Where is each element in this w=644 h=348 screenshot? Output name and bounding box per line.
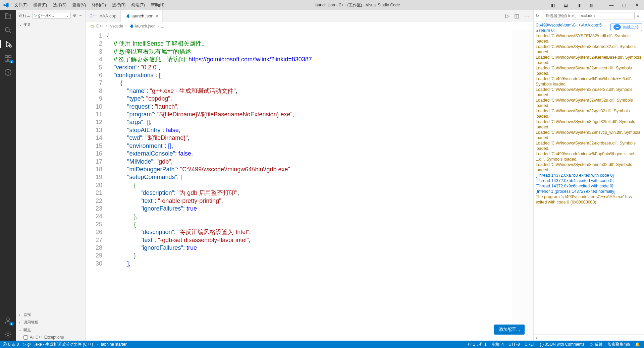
tab-aaa-cpp[interactable]: C⁺⁺ AAA.cpp	[86, 10, 121, 22]
code-line: "environment": [],	[107, 142, 512, 150]
close-icon[interactable]: ✕	[631, 3, 643, 8]
tab-label: launch.json	[131, 13, 154, 18]
code-line: "text": "-enable-pretty-printing",	[107, 197, 512, 205]
breakpoints-section[interactable]: ⌄断点	[16, 326, 85, 334]
code-editor[interactable]: 1234567891011121314151617181920212223242…	[86, 30, 533, 341]
status-encoding[interactable]: UTF-8	[508, 342, 520, 347]
code-line: {	[107, 181, 512, 189]
code-line: // 使用 IntelliSense 了解相关属性。	[107, 40, 512, 48]
layout-customize-icon[interactable]: ▥	[586, 3, 597, 8]
callstack-label: 调用堆栈	[23, 320, 38, 325]
callstack-section[interactable]: ›调用堆栈	[16, 318, 85, 326]
watch-section[interactable]: ›监视	[16, 311, 85, 318]
code-line: "text": "-gdb-set disassembly-flavor int…	[107, 236, 512, 244]
menu-item[interactable]: 选择(S)	[50, 1, 69, 9]
svg-point-1	[9, 45, 11, 47]
more-actions-icon[interactable]: ⋯	[524, 13, 529, 19]
breadcrumb[interactable]: 🗀 C++› .vscode› launch.json› ...	[86, 22, 533, 30]
layout-sidebar-right-icon[interactable]: ◨	[573, 3, 584, 8]
debug-output[interactable]: ☁ 拖拽上传 C:\499\vscode\item\C++\AAA.cpp:55…	[534, 22, 644, 334]
menu-item[interactable]: 文件(F)	[12, 1, 30, 9]
code-line: "stopAtEntry": false,	[107, 126, 512, 134]
run-debug-icon[interactable]	[0, 40, 16, 48]
menu-item[interactable]: 终端(T)	[129, 1, 147, 9]
status-feedback[interactable]: ☺反馈	[589, 342, 603, 347]
status-ln-col[interactable]: 行 1，列 1	[468, 342, 487, 347]
run-icon[interactable]: ▷	[505, 13, 509, 19]
tab-label: AAA.cpp	[99, 13, 116, 18]
close-tab-icon[interactable]: ×	[156, 13, 158, 19]
layout-sidebar-left-icon[interactable]: ◧	[547, 3, 559, 8]
cpp-file-icon: C⁺⁺	[90, 13, 97, 18]
status-spaces[interactable]: 空格: 4	[491, 342, 504, 347]
search-icon[interactable]	[0, 26, 16, 34]
svg-point-7	[7, 318, 9, 321]
output-line: Loaded 'C:\Windows\System32\imm32.dll'. …	[536, 162, 642, 173]
status-language[interactable]: { } JSON with Comments	[540, 342, 584, 347]
code-line: "description": "将反汇编风格设置为 Intel",	[107, 228, 512, 236]
menu-item[interactable]: 编辑(E)	[31, 1, 50, 9]
extensions-icon[interactable]: 1	[0, 54, 16, 62]
tab-launch-json[interactable]: launch.json ×	[121, 10, 163, 22]
menu-item[interactable]: 帮助(H)	[148, 1, 167, 9]
split-editor-icon[interactable]: ◫	[514, 13, 519, 19]
status-debug-config[interactable]: ▷ g++.exe - 生成和调试活动文件 (C++)	[23, 342, 93, 347]
svg-rect-3	[9, 55, 11, 58]
code-line: {	[107, 221, 512, 228]
variables-section[interactable]: ⌄变量	[16, 21, 85, 28]
menu-item[interactable]: 运行(R)	[109, 1, 128, 9]
variables-label: 变量	[23, 22, 31, 27]
code-line: // 悬停以查看现有属性的描述。	[107, 48, 512, 56]
code-line: "cwd": "${fileDirname}",	[107, 134, 512, 142]
layout-panel-icon[interactable]: ⬓	[560, 3, 572, 8]
code-content[interactable]: { // 使用 IntelliSense 了解相关属性。 // 悬停以查看现有属…	[107, 30, 512, 341]
menu-item[interactable]: 查看(V)	[70, 1, 89, 9]
status-eol[interactable]: CRLF	[525, 342, 535, 347]
breakpoint-row[interactable]: All C++ Exceptions	[16, 334, 85, 341]
add-config-button[interactable]: 添加配置...	[494, 325, 525, 335]
code-line: {	[107, 32, 512, 40]
refresh-icon[interactable]: ↻	[536, 13, 541, 18]
status-watermark: 加密聚集499	[607, 342, 630, 347]
svg-rect-4	[5, 59, 7, 61]
more-icon[interactable]: ⋯	[78, 13, 83, 18]
explorer-icon[interactable]	[0, 12, 16, 20]
breadcrumb-item[interactable]: ...	[161, 24, 164, 28]
output-line: Loaded 'C:\Windows\SYSTEM32\ntdll.dll'. …	[536, 33, 642, 44]
line-gutter: 1234567891011121314151617181920212223242…	[86, 30, 107, 341]
code-line: },	[107, 213, 512, 220]
output-line: The program 'c:\499\vscode\item\C++\AAA.…	[536, 194, 642, 205]
minimap[interactable]	[512, 30, 533, 341]
svg-point-0	[5, 27, 9, 32]
account-icon[interactable]: 1	[0, 316, 16, 325]
breadcrumb-item[interactable]: .vscode	[109, 24, 123, 28]
status-tabnine[interactable]: ○ tabnine starter	[97, 342, 126, 347]
output-line: Loaded 'C:\Windows\System32\user32.dll'.…	[536, 87, 642, 98]
settings-gear-icon[interactable]	[0, 331, 16, 339]
filter-input[interactable]	[543, 12, 635, 19]
minimize-icon[interactable]: —	[606, 3, 617, 8]
breakpoint-checkbox[interactable]	[23, 335, 28, 340]
menu-item[interactable]: 转到(G)	[89, 1, 108, 9]
scroll-left-icon[interactable]: ‹	[534, 334, 644, 341]
gear-icon[interactable]: ⚙	[73, 13, 76, 18]
code-line: // 欲了解更多信息，请访问: https://go.microsoft.com…	[107, 56, 512, 63]
output-line: [Thread 14372.0xa7b8 exited with code 0]	[536, 173, 642, 178]
output-line: Loaded 'C:\499\vscode\mingw64\bin\libstd…	[536, 76, 642, 87]
status-notifications-icon[interactable]: 🔔	[635, 342, 640, 347]
vscode-logo-icon	[0, 2, 12, 8]
breadcrumb-item[interactable]: C++	[96, 24, 104, 28]
tab-bar: C⁺⁺ AAA.cpp launch.json × ▷ ◫ ⋯	[86, 10, 533, 22]
timeline-icon[interactable]	[0, 68, 16, 76]
code-line: {	[107, 79, 512, 87]
upload-badge[interactable]: ☁ 拖拽上传	[610, 23, 642, 31]
status-errors[interactable]: ⓧ 0 ⚠ 0	[3, 342, 19, 347]
code-line: "ignoreFailures": true	[107, 244, 512, 252]
output-line: [Thread 14372.0xbb4c exited with code 0]	[536, 178, 642, 183]
json-file-icon	[128, 24, 133, 28]
maximize-icon[interactable]: ▢	[619, 3, 630, 8]
filter-settings-icon[interactable]: ≡	[637, 13, 642, 18]
breakpoints-label: 断点	[23, 328, 31, 333]
debug-config-select[interactable]: ▷ g++.ex... ⌄	[32, 12, 71, 19]
breadcrumb-item[interactable]: launch.json	[135, 24, 156, 28]
